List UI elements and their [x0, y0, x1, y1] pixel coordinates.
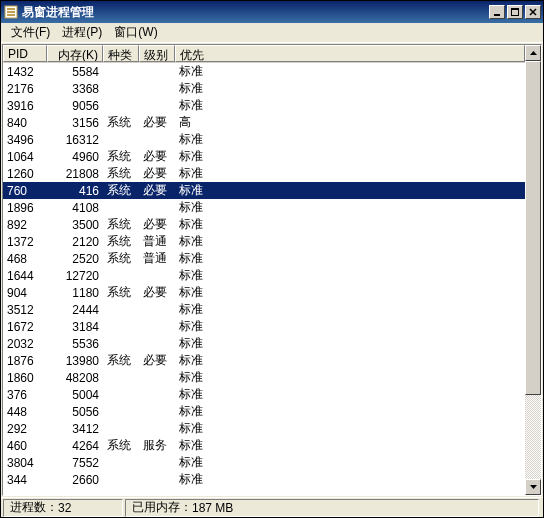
- table-row[interactable]: 349616312标准: [3, 131, 525, 148]
- cell-memory: 4108: [47, 201, 103, 215]
- menu-process[interactable]: 进程(P): [56, 22, 108, 43]
- svg-rect-6: [511, 8, 519, 10]
- proc-value: 32: [58, 501, 71, 515]
- process-listview[interactable]: PID 内存(K) 种类 级别 优先 14325584标准21763368标准3…: [3, 45, 525, 495]
- process-rows: 14325584标准21763368标准39169056标准8403156系统必…: [3, 63, 525, 495]
- table-row[interactable]: 18964108标准: [3, 199, 525, 216]
- cell-memory: 5004: [47, 388, 103, 402]
- cell-memory: 4960: [47, 150, 103, 164]
- table-row[interactable]: 4682520系统普通标准: [3, 250, 525, 267]
- table-row[interactable]: 8923500系统必要标准: [3, 216, 525, 233]
- cell-pid: 292: [3, 422, 47, 436]
- table-row[interactable]: 9041180系统必要标准: [3, 284, 525, 301]
- cell-pid: 1672: [3, 320, 47, 334]
- table-row[interactable]: 187613980系统必要标准: [3, 352, 525, 369]
- cell-level: 必要: [139, 352, 175, 369]
- table-row[interactable]: 3442660标准: [3, 471, 525, 488]
- cell-pid: 468: [3, 252, 47, 266]
- cell-priority: 标准: [175, 216, 525, 233]
- cell-pid: 1896: [3, 201, 47, 215]
- cell-memory: 7552: [47, 456, 103, 470]
- cell-level: 必要: [139, 148, 175, 165]
- status-process-count: 进程数：32: [3, 499, 123, 517]
- cell-memory: 5536: [47, 337, 103, 351]
- cell-pid: 1644: [3, 269, 47, 283]
- cell-priority: 标准: [175, 97, 525, 114]
- menu-file[interactable]: 文件(F): [5, 22, 56, 43]
- table-row[interactable]: 10644960系统必要标准: [3, 148, 525, 165]
- cell-pid: 376: [3, 388, 47, 402]
- col-memory[interactable]: 内存(K): [47, 45, 103, 62]
- cell-level: 必要: [139, 284, 175, 301]
- cell-memory: 416: [47, 184, 103, 198]
- window-controls: [489, 5, 541, 19]
- scroll-up-button[interactable]: [525, 45, 541, 61]
- col-priority[interactable]: 优先: [175, 45, 525, 62]
- cell-memory: 3412: [47, 422, 103, 436]
- cell-priority: 标准: [175, 352, 525, 369]
- cell-kind: 系统: [103, 352, 139, 369]
- table-row[interactable]: 126021808系统必要标准: [3, 165, 525, 182]
- table-row[interactable]: 760416系统必要标准: [3, 182, 525, 199]
- col-level[interactable]: 级别: [139, 45, 175, 62]
- table-row[interactable]: 39169056标准: [3, 97, 525, 114]
- cell-pid: 1860: [3, 371, 47, 385]
- cell-priority: 标准: [175, 386, 525, 403]
- table-row[interactable]: 164412720标准: [3, 267, 525, 284]
- proc-label: 进程数：: [10, 499, 58, 516]
- table-row[interactable]: 2923412标准: [3, 420, 525, 437]
- scroll-track[interactable]: [525, 61, 541, 479]
- scroll-down-button[interactable]: [525, 479, 541, 495]
- window-title: 易窗进程管理: [22, 4, 489, 21]
- cell-memory: 5584: [47, 65, 103, 79]
- col-kind[interactable]: 种类: [103, 45, 139, 62]
- minimize-button[interactable]: [489, 5, 505, 19]
- table-row[interactable]: 4604264系统服务标准: [3, 437, 525, 454]
- cell-pid: 344: [3, 473, 47, 487]
- menu-window[interactable]: 窗口(W): [108, 22, 163, 43]
- cell-priority: 标准: [175, 454, 525, 471]
- cell-priority: 标准: [175, 318, 525, 335]
- vertical-scrollbar[interactable]: [525, 45, 541, 495]
- table-row[interactable]: 14325584标准: [3, 63, 525, 80]
- maximize-button[interactable]: [507, 5, 523, 19]
- mem-label: 已用内存：: [132, 499, 192, 516]
- cell-memory: 13980: [47, 354, 103, 368]
- cell-pid: 448: [3, 405, 47, 419]
- cell-pid: 2032: [3, 337, 47, 351]
- cell-memory: 2120: [47, 235, 103, 249]
- table-row[interactable]: 8403156系统必要高: [3, 114, 525, 131]
- table-row[interactable]: 13722120系统普通标准: [3, 233, 525, 250]
- titlebar[interactable]: 易窗进程管理: [1, 1, 543, 23]
- cell-pid: 1260: [3, 167, 47, 181]
- col-pid[interactable]: PID: [3, 45, 47, 62]
- cell-memory: 9056: [47, 99, 103, 113]
- cell-kind: 系统: [103, 284, 139, 301]
- cell-memory: 16312: [47, 133, 103, 147]
- table-row[interactable]: 186048208标准: [3, 369, 525, 386]
- table-row[interactable]: 16723184标准: [3, 318, 525, 335]
- cell-memory: 5056: [47, 405, 103, 419]
- cell-priority: 标准: [175, 335, 525, 352]
- svg-marker-10: [530, 485, 537, 489]
- table-row[interactable]: 35122444标准: [3, 301, 525, 318]
- table-row[interactable]: 3765004标准: [3, 386, 525, 403]
- svg-marker-9: [530, 51, 537, 55]
- app-icon: [3, 4, 19, 20]
- scroll-thumb[interactable]: [525, 61, 541, 395]
- cell-pid: 904: [3, 286, 47, 300]
- cell-kind: 系统: [103, 182, 139, 199]
- table-row[interactable]: 21763368标准: [3, 80, 525, 97]
- cell-priority: 标准: [175, 250, 525, 267]
- cell-memory: 3156: [47, 116, 103, 130]
- table-row[interactable]: 4485056标准: [3, 403, 525, 420]
- cell-kind: 系统: [103, 216, 139, 233]
- table-row[interactable]: 20325536标准: [3, 335, 525, 352]
- cell-memory: 2444: [47, 303, 103, 317]
- cell-pid: 1432: [3, 65, 47, 79]
- close-button[interactable]: [525, 5, 541, 19]
- cell-memory: 21808: [47, 167, 103, 181]
- table-row[interactable]: 38047552标准: [3, 454, 525, 471]
- svg-rect-4: [494, 14, 500, 16]
- cell-kind: 系统: [103, 165, 139, 182]
